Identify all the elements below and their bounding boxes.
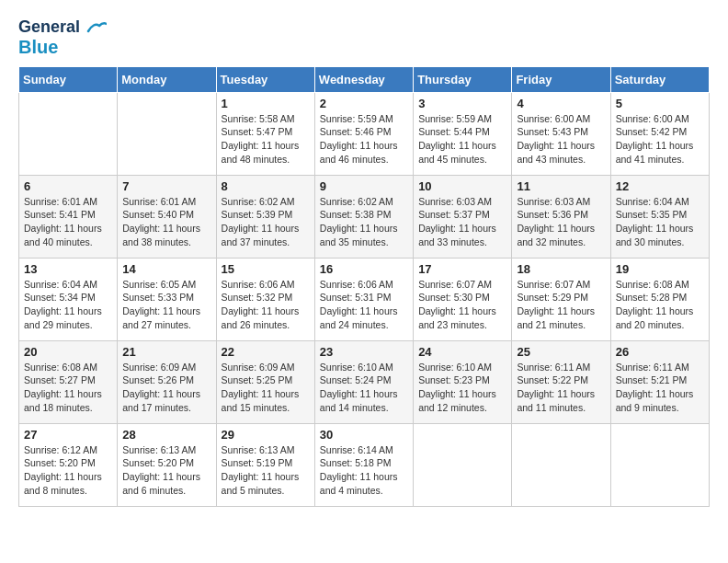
weekday-header-saturday: Saturday: [610, 66, 709, 92]
day-info: Sunrise: 6:01 AM Sunset: 5:41 PM Dayligh…: [24, 195, 112, 249]
day-info: Sunrise: 6:03 AM Sunset: 5:36 PM Dayligh…: [517, 195, 605, 249]
day-number: 17: [418, 262, 506, 276]
day-number: 9: [320, 179, 408, 193]
calendar-cell: 21Sunrise: 6:09 AM Sunset: 5:26 PM Dayli…: [118, 340, 216, 423]
calendar-cell: 27Sunrise: 6:12 AM Sunset: 5:20 PM Dayli…: [19, 423, 118, 506]
calendar-cell: 24Sunrise: 6:10 AM Sunset: 5:23 PM Dayli…: [414, 340, 512, 423]
day-info: Sunrise: 6:07 AM Sunset: 5:30 PM Dayligh…: [418, 278, 506, 332]
bird-icon: [86, 20, 107, 35]
week-row-3: 13Sunrise: 6:04 AM Sunset: 5:34 PM Dayli…: [19, 258, 710, 340]
day-info: Sunrise: 6:02 AM Sunset: 5:38 PM Dayligh…: [320, 195, 408, 249]
page-header: General Blue: [18, 18, 710, 57]
day-info: Sunrise: 6:05 AM Sunset: 5:33 PM Dayligh…: [122, 278, 210, 332]
weekday-header-tuesday: Tuesday: [216, 66, 314, 92]
day-number: 28: [122, 428, 210, 442]
calendar-table: SundayMondayTuesdayWednesdayThursdayFrid…: [18, 66, 710, 507]
calendar-cell: 6Sunrise: 6:01 AM Sunset: 5:41 PM Daylig…: [19, 175, 118, 258]
day-info: Sunrise: 6:10 AM Sunset: 5:23 PM Dayligh…: [418, 361, 506, 415]
calendar-cell: 3Sunrise: 5:59 AM Sunset: 5:44 PM Daylig…: [414, 92, 512, 175]
day-number: 16: [320, 262, 408, 276]
calendar-cell: [512, 423, 610, 506]
calendar-body: 1Sunrise: 5:58 AM Sunset: 5:47 PM Daylig…: [19, 92, 710, 506]
week-row-2: 6Sunrise: 6:01 AM Sunset: 5:41 PM Daylig…: [19, 175, 710, 258]
logo-blue: Blue: [18, 37, 58, 57]
day-info: Sunrise: 6:00 AM Sunset: 5:43 PM Dayligh…: [517, 112, 605, 167]
day-number: 23: [320, 345, 408, 359]
weekday-header-sunday: Sunday: [19, 66, 118, 92]
day-number: 1: [222, 97, 310, 110]
weekday-header-thursday: Thursday: [414, 66, 512, 92]
calendar-cell: [414, 423, 512, 506]
calendar-cell: 11Sunrise: 6:03 AM Sunset: 5:36 PM Dayli…: [512, 175, 610, 258]
day-info: Sunrise: 6:08 AM Sunset: 5:27 PM Dayligh…: [24, 361, 112, 415]
calendar-cell: [610, 423, 709, 506]
day-info: Sunrise: 6:00 AM Sunset: 5:42 PM Dayligh…: [616, 112, 704, 167]
day-info: Sunrise: 6:08 AM Sunset: 5:28 PM Dayligh…: [616, 278, 704, 332]
weekday-header-wednesday: Wednesday: [314, 66, 413, 92]
calendar-cell: 7Sunrise: 6:01 AM Sunset: 5:40 PM Daylig…: [118, 175, 216, 258]
day-number: 22: [222, 345, 310, 359]
day-number: 3: [418, 97, 506, 110]
day-number: 21: [122, 345, 210, 359]
calendar-cell: 25Sunrise: 6:11 AM Sunset: 5:22 PM Dayli…: [512, 340, 610, 423]
calendar-cell: 23Sunrise: 6:10 AM Sunset: 5:24 PM Dayli…: [314, 340, 413, 423]
calendar-header: SundayMondayTuesdayWednesdayThursdayFrid…: [19, 66, 710, 92]
weekday-header-row: SundayMondayTuesdayWednesdayThursdayFrid…: [19, 66, 710, 92]
calendar-cell: 19Sunrise: 6:08 AM Sunset: 5:28 PM Dayli…: [610, 258, 709, 340]
day-number: 12: [616, 179, 704, 193]
day-number: 10: [418, 179, 506, 193]
day-number: 4: [517, 97, 605, 110]
calendar-cell: 30Sunrise: 6:14 AM Sunset: 5:18 PM Dayli…: [314, 423, 413, 506]
calendar-cell: 15Sunrise: 6:06 AM Sunset: 5:32 PM Dayli…: [216, 258, 314, 340]
week-row-4: 20Sunrise: 6:08 AM Sunset: 5:27 PM Dayli…: [19, 340, 710, 423]
day-number: 13: [24, 262, 112, 276]
day-number: 11: [517, 179, 605, 193]
day-number: 27: [24, 428, 112, 442]
day-number: 30: [320, 428, 408, 442]
calendar-cell: 16Sunrise: 6:06 AM Sunset: 5:31 PM Dayli…: [314, 258, 413, 340]
day-info: Sunrise: 6:03 AM Sunset: 5:37 PM Dayligh…: [418, 195, 506, 249]
calendar-cell: 1Sunrise: 5:58 AM Sunset: 5:47 PM Daylig…: [216, 92, 314, 175]
calendar-cell: 5Sunrise: 6:00 AM Sunset: 5:42 PM Daylig…: [610, 92, 709, 175]
day-info: Sunrise: 6:12 AM Sunset: 5:20 PM Dayligh…: [24, 443, 112, 498]
calendar-cell: [19, 92, 118, 175]
day-number: 14: [122, 262, 210, 276]
weekday-header-monday: Monday: [118, 66, 216, 92]
day-info: Sunrise: 5:59 AM Sunset: 5:46 PM Dayligh…: [320, 112, 408, 167]
calendar-cell: 4Sunrise: 6:00 AM Sunset: 5:43 PM Daylig…: [512, 92, 610, 175]
day-info: Sunrise: 5:58 AM Sunset: 5:47 PM Dayligh…: [222, 112, 310, 167]
day-number: 20: [24, 345, 112, 359]
week-row-1: 1Sunrise: 5:58 AM Sunset: 5:47 PM Daylig…: [19, 92, 710, 175]
calendar-cell: 28Sunrise: 6:13 AM Sunset: 5:20 PM Dayli…: [118, 423, 216, 506]
calendar-cell: 13Sunrise: 6:04 AM Sunset: 5:34 PM Dayli…: [19, 258, 118, 340]
day-number: 25: [517, 345, 605, 359]
day-info: Sunrise: 6:09 AM Sunset: 5:25 PM Dayligh…: [222, 361, 310, 415]
day-info: Sunrise: 5:59 AM Sunset: 5:44 PM Dayligh…: [418, 112, 506, 167]
day-number: 6: [24, 179, 112, 193]
day-number: 29: [222, 428, 310, 442]
logo-text: General: [18, 18, 107, 37]
logo: General Blue: [18, 18, 107, 57]
calendar-cell: 22Sunrise: 6:09 AM Sunset: 5:25 PM Dayli…: [216, 340, 314, 423]
day-info: Sunrise: 6:06 AM Sunset: 5:32 PM Dayligh…: [222, 278, 310, 332]
week-row-5: 27Sunrise: 6:12 AM Sunset: 5:20 PM Dayli…: [19, 423, 710, 506]
day-number: 8: [222, 179, 310, 193]
day-info: Sunrise: 6:14 AM Sunset: 5:18 PM Dayligh…: [320, 443, 408, 498]
day-number: 2: [320, 97, 408, 110]
calendar-cell: 12Sunrise: 6:04 AM Sunset: 5:35 PM Dayli…: [610, 175, 709, 258]
calendar-cell: 29Sunrise: 6:13 AM Sunset: 5:19 PM Dayli…: [216, 423, 314, 506]
calendar-cell: 8Sunrise: 6:02 AM Sunset: 5:39 PM Daylig…: [216, 175, 314, 258]
day-info: Sunrise: 6:06 AM Sunset: 5:31 PM Dayligh…: [320, 278, 408, 332]
calendar-cell: 26Sunrise: 6:11 AM Sunset: 5:21 PM Dayli…: [610, 340, 709, 423]
day-info: Sunrise: 6:11 AM Sunset: 5:22 PM Dayligh…: [517, 361, 605, 415]
day-info: Sunrise: 6:13 AM Sunset: 5:19 PM Dayligh…: [222, 443, 310, 498]
day-info: Sunrise: 6:04 AM Sunset: 5:34 PM Dayligh…: [24, 278, 112, 332]
day-info: Sunrise: 6:10 AM Sunset: 5:24 PM Dayligh…: [320, 361, 408, 415]
day-number: 24: [418, 345, 506, 359]
day-info: Sunrise: 6:02 AM Sunset: 5:39 PM Dayligh…: [222, 195, 310, 249]
day-number: 19: [616, 262, 704, 276]
calendar-cell: 18Sunrise: 6:07 AM Sunset: 5:29 PM Dayli…: [512, 258, 610, 340]
weekday-header-friday: Friday: [512, 66, 610, 92]
calendar-cell: [118, 92, 216, 175]
day-info: Sunrise: 6:09 AM Sunset: 5:26 PM Dayligh…: [122, 361, 210, 415]
